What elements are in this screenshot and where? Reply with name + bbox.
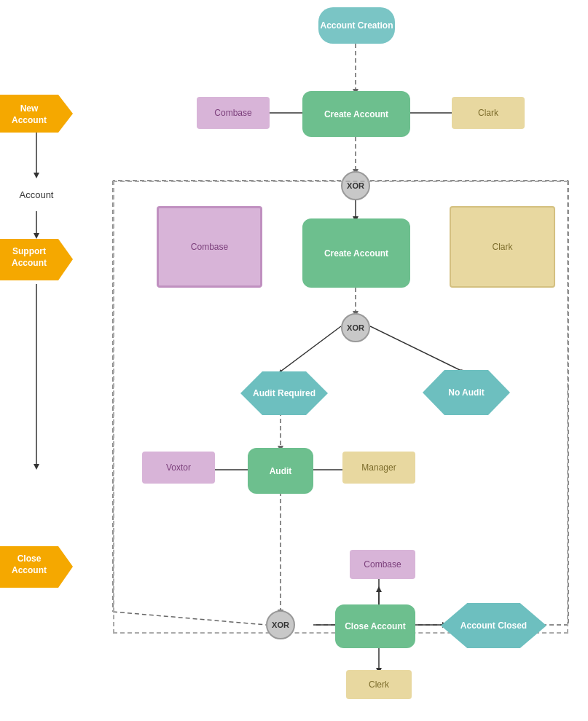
audit-node: Audit bbox=[248, 448, 313, 494]
svg-text:Account: Account bbox=[12, 258, 47, 268]
svg-line-18 bbox=[370, 326, 463, 371]
no-audit-node: No Audit bbox=[423, 370, 510, 415]
clerk-3-node: Clerk bbox=[346, 670, 412, 699]
svg-line-28 bbox=[113, 612, 266, 625]
account-closed-node: Account Closed bbox=[441, 603, 546, 648]
svg-text:Close: Close bbox=[17, 553, 42, 564]
account-creation-node: Account Creation bbox=[318, 7, 395, 44]
svg-text:New: New bbox=[20, 103, 39, 114]
clark-1-node: Clark bbox=[452, 97, 525, 129]
new-account-chevron: New Account bbox=[0, 91, 73, 136]
manager-node: Manager bbox=[342, 452, 415, 484]
xor-2-node: XOR bbox=[341, 313, 370, 342]
voxtor-node: Voxtor bbox=[142, 452, 215, 484]
combase-2-node: Combase bbox=[157, 206, 262, 288]
combase-3-node: Combase bbox=[350, 550, 415, 579]
svg-marker-46 bbox=[34, 464, 39, 470]
xor-1-node: XOR bbox=[341, 171, 370, 200]
svg-marker-47 bbox=[0, 95, 73, 133]
svg-line-16 bbox=[281, 326, 341, 371]
svg-text:Account: Account bbox=[12, 115, 47, 125]
close-account-left-chevron: Close Account bbox=[0, 543, 73, 591]
svg-text:Support: Support bbox=[12, 246, 46, 256]
audit-required-node: Audit Required bbox=[240, 371, 328, 415]
create-account-1-node: Create Account bbox=[302, 91, 410, 137]
combase-1-node: Combase bbox=[197, 97, 270, 129]
diagram-container: Account Creation Create Account Combase … bbox=[0, 0, 588, 721]
svg-marker-38 bbox=[376, 586, 382, 592]
create-account-2-node: Create Account bbox=[302, 218, 410, 288]
account-label: Account bbox=[0, 178, 73, 210]
support-account-chevron: Support Account bbox=[0, 235, 73, 284]
close-account-node: Close Account bbox=[335, 604, 415, 648]
clark-2-node: Clark bbox=[450, 206, 555, 288]
svg-marker-42 bbox=[34, 173, 39, 178]
xor-3-node: XOR bbox=[266, 610, 295, 639]
svg-text:Account: Account bbox=[12, 565, 47, 575]
